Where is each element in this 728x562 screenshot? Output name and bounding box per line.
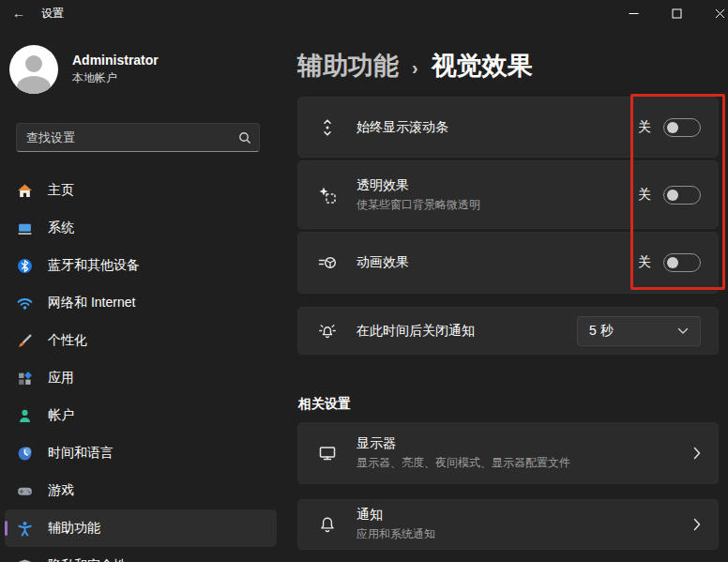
setting-row-animation: 动画效果 关 (297, 232, 719, 294)
dismiss-notifications-icon (317, 322, 338, 341)
related-settings-header: 相关设置 (298, 396, 719, 413)
chevron-down-icon (677, 327, 689, 335)
link-title: 通知 (356, 507, 693, 524)
toggle-knob (667, 122, 678, 133)
home-icon (16, 182, 33, 199)
setting-subtitle: 使某些窗口背景略微透明 (356, 197, 638, 213)
search-box[interactable] (16, 123, 260, 152)
sidebar-item-label: 隐私和安全性 (48, 557, 127, 562)
breadcrumb: 辅助功能 › 视觉效果 (297, 49, 533, 83)
account-type: 本地帐户 (72, 70, 159, 86)
privacy-icon (16, 557, 33, 562)
personalization-icon (16, 332, 33, 349)
main-content: 辅助功能 › 视觉效果 始终显示滚动条 关 (281, 26, 728, 562)
breadcrumb-parent[interactable]: 辅助功能 (297, 49, 399, 83)
bluetooth-icon (16, 257, 33, 274)
toggle-state-label: 关 (638, 119, 651, 136)
sidebar-item-system[interactable]: 系统 (5, 209, 277, 247)
sidebar-item-label: 网络和 Internet (48, 295, 135, 311)
apps-icon (16, 370, 33, 387)
breadcrumb-separator: › (412, 57, 418, 79)
sidebar-item-label: 帐户 (48, 407, 74, 424)
related-link-notifications[interactable]: 通知 应用和系统通知 (297, 499, 719, 550)
sidebar-nav: 主页 系统 蓝牙和其他设备 网络和 Internet 个性化 应用 (0, 172, 281, 562)
toggle-knob (667, 257, 678, 268)
minimize-icon (629, 8, 639, 19)
sidebar-item-bluetooth[interactable]: 蓝牙和其他设备 (5, 247, 277, 284)
notification-duration-dropdown[interactable]: 5 秒 (577, 316, 701, 346)
chevron-right-icon (693, 518, 701, 531)
animation-icon (317, 253, 338, 272)
sidebar-item-accounts[interactable]: 帐户 (5, 397, 277, 434)
search-input[interactable] (17, 130, 231, 144)
link-title: 显示器 (356, 435, 693, 452)
sidebar-item-gaming[interactable]: 游戏 (5, 472, 277, 509)
sidebar-item-label: 主页 (48, 182, 74, 199)
network-icon (16, 295, 33, 311)
maximize-button[interactable] (655, 0, 698, 26)
accounts-icon (16, 407, 33, 424)
setting-title: 动画效果 (356, 254, 638, 271)
accessibility-icon (16, 520, 33, 537)
maximize-icon (672, 8, 682, 19)
sidebar-item-label: 系统 (48, 220, 74, 236)
sidebar-item-label: 蓝牙和其他设备 (48, 257, 140, 274)
sidebar-item-time-language[interactable]: 时间和语言 (5, 434, 277, 472)
setting-title: 在此时间后关闭通知 (356, 323, 577, 340)
sidebar-item-label: 辅助功能 (48, 520, 100, 537)
link-subtitle: 显示器、亮度、夜间模式、显示器配置文件 (356, 455, 693, 471)
animation-toggle[interactable] (663, 253, 701, 272)
account-section[interactable]: Administrator 本地帐户 (9, 45, 159, 94)
close-button[interactable] (698, 0, 728, 26)
sidebar-item-label: 个性化 (48, 332, 87, 349)
setting-row-dismiss-notifications: 在此时间后关闭通知 5 秒 (297, 307, 719, 355)
chevron-right-icon (693, 447, 701, 460)
transparency-icon (317, 186, 338, 205)
close-icon (715, 8, 725, 19)
bell-icon (317, 515, 338, 534)
setting-title: 透明效果 (356, 177, 638, 194)
window-controls (612, 0, 728, 26)
setting-row-transparency: 透明效果 使某些窗口背景略微透明 关 (297, 160, 719, 229)
sidebar-item-network[interactable]: 网络和 Internet (5, 284, 277, 322)
sidebar: Administrator 本地帐户 主页 系统 蓝牙和其他设备 (0, 26, 281, 562)
sidebar-item-home[interactable]: 主页 (5, 172, 277, 209)
sidebar-item-personalization[interactable]: 个性化 (5, 322, 277, 359)
minimize-button[interactable] (612, 0, 655, 26)
account-name: Administrator (72, 53, 159, 68)
toggle-knob (667, 190, 678, 201)
time-language-icon (16, 445, 33, 462)
sidebar-item-apps[interactable]: 应用 (5, 359, 277, 397)
settings-cards: 始终显示滚动条 关 透明效果 使某些窗口背景略微透明 关 (297, 97, 719, 550)
settings-window: ← 设置 Administrator 本地帐户 (0, 0, 728, 562)
transparency-toggle[interactable] (663, 186, 701, 205)
page-title: 视觉效果 (432, 49, 533, 83)
titlebar: ← 设置 (0, 0, 728, 26)
scrollbars-toggle[interactable] (663, 118, 701, 137)
link-subtitle: 应用和系统通知 (356, 526, 693, 542)
sidebar-item-label: 时间和语言 (48, 445, 114, 462)
setting-title: 始终显示滚动条 (356, 119, 638, 136)
sidebar-item-label: 应用 (48, 370, 74, 387)
search-icon (231, 131, 259, 144)
related-link-display[interactable]: 显示器 显示器、亮度、夜间模式、显示器配置文件 (297, 422, 719, 484)
back-arrow-icon: ← (12, 6, 25, 21)
dropdown-value: 5 秒 (589, 323, 614, 340)
back-button[interactable]: ← (4, 2, 34, 24)
toggle-state-label: 关 (638, 187, 651, 204)
setting-row-scrollbars: 始终显示滚动条 关 (297, 97, 719, 158)
sidebar-item-privacy[interactable]: 隐私和安全性 (5, 547, 277, 562)
avatar (9, 45, 58, 94)
system-icon (16, 220, 33, 236)
toggle-state-label: 关 (638, 254, 651, 271)
gaming-icon (16, 482, 33, 499)
app-title: 设置 (41, 6, 64, 22)
scrollbar-icon (317, 118, 338, 137)
sidebar-item-accessibility[interactable]: 辅助功能 (5, 509, 277, 547)
display-icon (317, 444, 338, 463)
sidebar-item-label: 游戏 (48, 482, 74, 499)
